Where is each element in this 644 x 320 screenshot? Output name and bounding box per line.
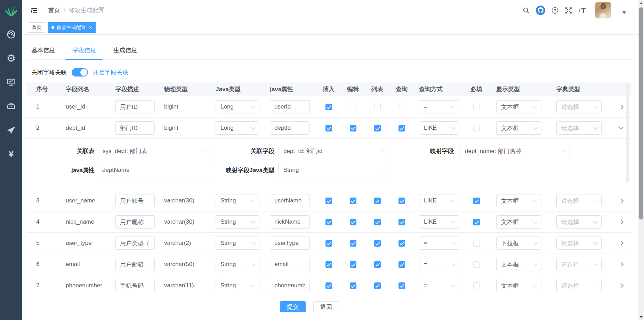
query-checkbox[interactable] — [399, 198, 405, 204]
tag-current-page[interactable]: 修改生成配置 × — [48, 22, 96, 33]
insert-checkbox[interactable] — [325, 125, 332, 131]
list-checkbox[interactable] — [374, 219, 381, 225]
collapse-row-toggle[interactable] — [619, 125, 623, 130]
field-relation-switch[interactable] — [72, 68, 88, 77]
user-avatar[interactable] — [595, 2, 611, 18]
java-field-input[interactable] — [270, 100, 310, 113]
field-desc-input[interactable] — [115, 279, 155, 292]
edit-checkbox[interactable] — [350, 240, 356, 247]
java-field-input[interactable] — [270, 279, 310, 292]
java-field-input[interactable] — [270, 194, 310, 207]
mapping-java-type-select[interactable]: String — [279, 163, 390, 177]
sidebar-item-deploy[interactable] — [0, 118, 22, 142]
dict-type-select[interactable]: 请选择 — [556, 194, 602, 207]
insert-checkbox[interactable] — [325, 104, 332, 110]
scroll-up-arrow-icon[interactable] — [638, 0, 644, 6]
sidebar-item-system[interactable]: ⚙ — [0, 46, 22, 70]
insert-checkbox[interactable] — [325, 261, 332, 268]
scroll-down-arrow-icon[interactable] — [638, 314, 644, 320]
query-checkbox[interactable] — [399, 104, 405, 110]
java-type-select[interactable]: String — [216, 237, 259, 250]
java-type-select[interactable]: String — [216, 279, 259, 292]
expand-row-toggle[interactable] — [619, 219, 623, 224]
query-checkbox[interactable] — [399, 240, 405, 247]
required-checkbox[interactable] — [473, 282, 480, 289]
java-attr-input[interactable] — [98, 163, 211, 177]
expand-row-toggle[interactable] — [619, 104, 623, 109]
tab-field-info[interactable]: 字段信息 — [72, 41, 96, 59]
font-size-button[interactable]: TT — [578, 6, 586, 15]
required-checkbox[interactable] — [473, 198, 480, 204]
required-checkbox[interactable] — [473, 219, 480, 225]
query-mode-select[interactable]: = — [419, 100, 459, 113]
query-mode-select[interactable]: = — [419, 258, 459, 271]
search-button[interactable] — [522, 7, 530, 14]
field-desc-input[interactable] — [115, 100, 155, 113]
dict-type-select[interactable]: 请选择 — [556, 215, 602, 229]
field-desc-input[interactable] — [115, 121, 155, 135]
relation-field-select[interactable]: dept_id: 部门id — [279, 144, 390, 158]
sidebar-item-dashboard[interactable] — [0, 22, 22, 46]
required-checkbox[interactable] — [473, 125, 480, 131]
fullscreen-button[interactable] — [565, 7, 572, 14]
query-checkbox[interactable] — [399, 261, 405, 268]
query-mode-select[interactable]: LIKE — [419, 194, 459, 207]
github-link[interactable] — [536, 6, 545, 15]
java-type-select[interactable]: String — [216, 194, 259, 207]
list-checkbox[interactable] — [374, 125, 381, 131]
edit-checkbox[interactable] — [350, 219, 356, 225]
app-logo[interactable] — [0, 0, 22, 22]
edit-checkbox[interactable] — [350, 261, 356, 268]
help-button[interactable]: ? — [551, 7, 559, 14]
edit-checkbox[interactable] — [350, 198, 356, 204]
expand-row-toggle[interactable] — [619, 283, 623, 288]
required-checkbox[interactable] — [473, 240, 480, 247]
page-scrollbar[interactable] — [638, 0, 644, 320]
dict-type-select[interactable]: 请选择 — [556, 121, 602, 135]
sidebar-item-pay[interactable]: ¥ — [0, 142, 22, 166]
breadcrumb-home[interactable]: 首页 — [48, 6, 60, 14]
insert-checkbox[interactable] — [325, 282, 332, 289]
user-menu-caret-icon[interactable] — [622, 11, 626, 14]
insert-checkbox[interactable] — [325, 240, 332, 247]
tag-close-icon[interactable]: × — [89, 25, 92, 30]
insert-checkbox[interactable] — [325, 219, 332, 225]
list-checkbox[interactable] — [374, 282, 381, 289]
java-field-input[interactable] — [270, 258, 310, 271]
display-type-select[interactable]: 文本框 — [496, 258, 541, 271]
insert-checkbox[interactable] — [325, 198, 332, 204]
java-type-select[interactable]: Long — [216, 121, 259, 135]
java-type-select[interactable]: String — [216, 258, 259, 271]
field-desc-input[interactable] — [115, 237, 155, 250]
query-checkbox[interactable] — [399, 282, 405, 289]
dict-type-select[interactable]: 请选择 — [556, 100, 602, 113]
query-checkbox[interactable] — [399, 125, 405, 131]
query-mode-select[interactable]: = — [419, 279, 459, 292]
expand-row-toggle[interactable] — [619, 262, 623, 267]
expand-row-toggle[interactable] — [619, 198, 623, 203]
submit-button[interactable]: 提交 — [280, 301, 306, 312]
java-field-input[interactable] — [270, 121, 310, 135]
required-checkbox[interactable] — [473, 104, 480, 110]
dict-type-select[interactable]: 请选择 — [556, 237, 602, 250]
display-type-select[interactable]: 文本框 — [496, 100, 541, 113]
tab-gen-info[interactable]: 生成信息 — [113, 41, 137, 59]
query-mode-select[interactable]: LIKE — [419, 215, 459, 229]
sidebar-item-monitor[interactable] — [0, 70, 22, 94]
edit-checkbox[interactable] — [350, 104, 356, 110]
list-checkbox[interactable] — [374, 240, 381, 247]
display-type-select[interactable]: 文本框 — [496, 194, 541, 207]
field-desc-input[interactable] — [115, 258, 155, 271]
tag-home[interactable]: 首页 — [28, 22, 45, 33]
java-type-select[interactable]: Long — [216, 100, 259, 113]
required-checkbox[interactable] — [473, 261, 480, 268]
dict-type-select[interactable]: 请选择 — [556, 279, 602, 292]
display-type-select[interactable]: 文本框 — [496, 215, 541, 229]
list-checkbox[interactable] — [374, 261, 381, 268]
mapping-field-select[interactable]: dept_name: 部门名称 — [460, 144, 570, 158]
query-checkbox[interactable] — [399, 219, 405, 225]
tab-basic-info[interactable]: 基本信息 — [31, 41, 55, 59]
page-scrollbar-thumb[interactable] — [639, 7, 643, 219]
sidebar-collapse-button[interactable] — [31, 7, 38, 14]
table-scrollbar-thumb[interactable] — [626, 83, 629, 183]
